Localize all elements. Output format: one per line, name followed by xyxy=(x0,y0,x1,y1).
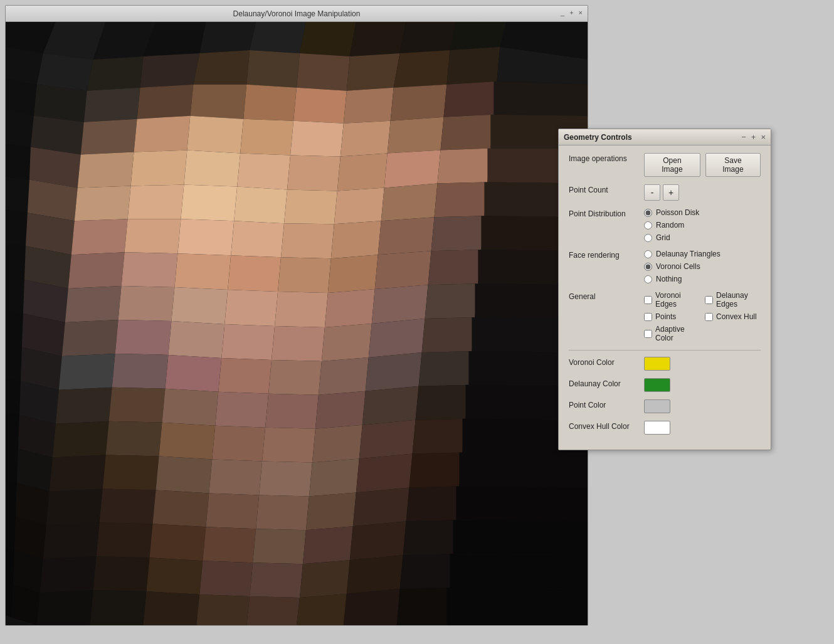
svg-marker-159 xyxy=(152,490,209,527)
svg-marker-31 xyxy=(391,85,447,121)
svg-marker-83 xyxy=(228,255,281,292)
adaptive-color-label: Adaptive Color xyxy=(655,325,700,342)
voronoi-color-swatch[interactable] xyxy=(644,357,670,371)
point-distribution-label: Point Distribution xyxy=(569,208,644,218)
svg-marker-69 xyxy=(71,219,128,255)
rendering-delaunay-option[interactable]: Delaunay Triangles xyxy=(644,250,761,258)
distribution-random-radio[interactable] xyxy=(644,221,652,230)
svg-marker-100 xyxy=(6,311,23,347)
svg-marker-91 xyxy=(65,286,122,322)
distribution-poisson-option[interactable]: Poisson Disk xyxy=(644,208,761,217)
voronoi-edges-checkbox[interactable] xyxy=(644,296,652,304)
controls-close-button[interactable]: × xyxy=(761,132,766,142)
main-maximize-button[interactable]: + xyxy=(569,9,573,16)
delaunay-edges-option[interactable]: Delaunay Edges xyxy=(705,291,761,309)
svg-marker-161 xyxy=(256,495,309,530)
svg-marker-76 xyxy=(431,216,485,251)
main-window: Delaunay/Voronoi Image Manipulation _ + … xyxy=(5,5,588,626)
svg-marker-137 xyxy=(159,423,215,460)
svg-marker-37 xyxy=(134,116,191,152)
controls-minimize-button[interactable]: − xyxy=(741,132,746,142)
svg-marker-166 xyxy=(6,514,16,550)
rendering-nothing-radio[interactable] xyxy=(644,275,652,283)
svg-marker-194 xyxy=(246,596,300,625)
point-color-content xyxy=(644,399,761,413)
svg-marker-93 xyxy=(171,287,228,324)
svg-marker-9 xyxy=(400,22,457,53)
svg-marker-49 xyxy=(184,150,240,187)
distribution-grid-option[interactable]: Grid xyxy=(644,233,761,242)
svg-marker-65 xyxy=(435,182,488,217)
convex-hull-checkbox[interactable] xyxy=(705,313,713,321)
svg-marker-52 xyxy=(337,154,388,191)
point-count-decrement[interactable]: - xyxy=(644,184,660,201)
svg-marker-124 xyxy=(56,388,112,424)
svg-marker-133 xyxy=(6,413,19,449)
main-close-button[interactable]: × xyxy=(579,9,583,16)
delaunay-edges-checkbox[interactable] xyxy=(705,296,713,304)
convex-hull-color-label: Convex Hull Color xyxy=(569,421,644,431)
svg-marker-5 xyxy=(199,22,256,53)
svg-marker-111 xyxy=(6,345,22,381)
svg-marker-155 xyxy=(6,480,17,516)
delaunay-color-swatch[interactable] xyxy=(644,378,670,392)
open-image-button[interactable]: Open Image xyxy=(644,153,700,177)
adaptive-color-option[interactable]: Adaptive Color xyxy=(644,325,700,342)
distribution-poisson-radio[interactable] xyxy=(644,209,652,217)
svg-marker-128 xyxy=(265,394,319,429)
rendering-nothing-option[interactable]: Nothing xyxy=(644,275,761,283)
controls-panel-title: Geometry Controls xyxy=(564,133,632,142)
svg-marker-120 xyxy=(419,351,472,386)
svg-marker-74 xyxy=(331,221,381,258)
svg-marker-81 xyxy=(122,252,178,287)
adaptive-color-checkbox[interactable] xyxy=(644,330,652,338)
distribution-random-option[interactable]: Random xyxy=(644,221,761,230)
delaunay-color-label: Delaunay Color xyxy=(569,378,644,388)
svg-marker-148 xyxy=(156,457,212,494)
voronoi-edges-option[interactable]: Voronoi Edges xyxy=(644,291,700,309)
rendering-delaunay-label: Delaunay Triangles xyxy=(656,250,721,258)
svg-marker-103 xyxy=(115,320,172,355)
convex-hull-option[interactable]: Convex Hull xyxy=(705,312,761,321)
points-option[interactable]: Points xyxy=(644,312,700,321)
controls-maximize-button[interactable]: + xyxy=(751,132,756,142)
svg-marker-130 xyxy=(362,386,419,425)
svg-marker-16 xyxy=(193,50,250,85)
rendering-voronoi-radio[interactable] xyxy=(644,263,652,271)
svg-marker-179 xyxy=(40,556,97,593)
svg-marker-6 xyxy=(250,22,306,53)
svg-marker-152 xyxy=(356,454,413,493)
svg-marker-151 xyxy=(309,459,359,497)
rendering-delaunay-radio[interactable] xyxy=(644,250,652,258)
controls-titlebar: Geometry Controls − + × xyxy=(559,129,771,145)
svg-marker-107 xyxy=(322,324,372,361)
point-color-swatch[interactable] xyxy=(644,399,670,413)
save-image-button[interactable]: Save Image xyxy=(705,153,761,177)
image-operations-label: Image operations xyxy=(569,153,644,163)
distribution-grid-radio[interactable] xyxy=(644,234,652,242)
svg-marker-84 xyxy=(278,257,331,293)
rendering-voronoi-option[interactable]: Voronoi Cells xyxy=(644,262,761,271)
svg-marker-26 xyxy=(137,85,194,119)
svg-marker-42 xyxy=(388,117,444,154)
svg-marker-114 xyxy=(112,354,169,389)
main-minimize-button[interactable]: _ xyxy=(561,9,564,16)
svg-marker-157 xyxy=(46,488,103,525)
svg-marker-58 xyxy=(75,186,131,221)
svg-marker-141 xyxy=(359,420,416,459)
points-checkbox[interactable] xyxy=(644,313,652,321)
svg-marker-45 xyxy=(6,144,31,180)
svg-marker-197 xyxy=(397,588,450,625)
svg-marker-113 xyxy=(59,354,115,390)
svg-marker-127 xyxy=(215,392,268,428)
svg-marker-162 xyxy=(306,492,356,530)
svg-marker-27 xyxy=(190,85,246,119)
point-count-increment[interactable]: + xyxy=(663,184,679,201)
svg-marker-10 xyxy=(450,22,506,50)
svg-marker-54 xyxy=(438,149,491,184)
svg-marker-85 xyxy=(328,255,378,293)
svg-marker-104 xyxy=(168,321,224,358)
convex-hull-color-swatch[interactable] xyxy=(644,421,670,435)
delaunay-color-content xyxy=(644,378,761,392)
svg-marker-175 xyxy=(403,520,457,555)
